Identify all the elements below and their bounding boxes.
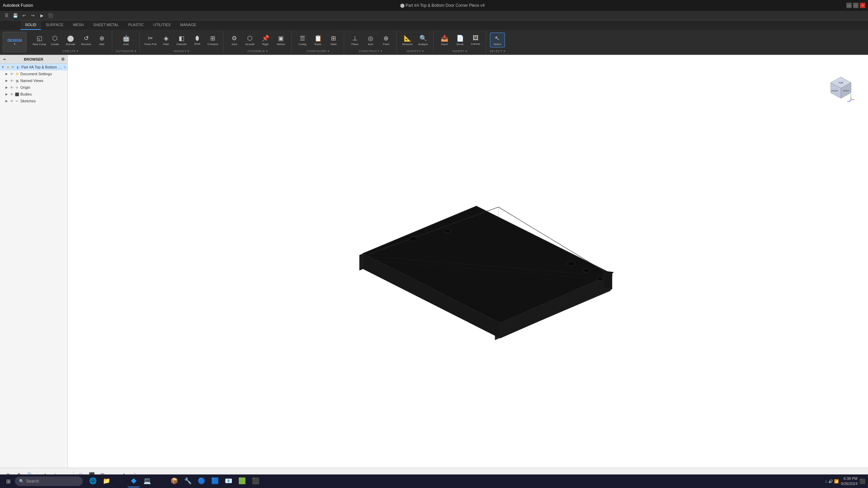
- edit-icon[interactable]: ✎: [63, 65, 66, 69]
- inspect-group: 📐 Measure 🔍 Analyze INSPECT ▾: [397, 31, 434, 53]
- tree-item-sketches[interactable]: ▶ 👁 ✏ Sketches: [0, 98, 67, 104]
- joint-tool[interactable]: ⚙ Joint: [227, 33, 242, 47]
- eye-icon-origin[interactable]: 👁: [9, 85, 14, 90]
- ribbon-tabs: SOLID SURFACE MESH SHEET METAL PLASTIC U…: [0, 20, 868, 30]
- taskbar-date: 9/26/2024: [841, 481, 857, 486]
- doc-settings-icon: ⚙: [15, 72, 19, 76]
- taskbar-notification[interactable]: ⬛: [860, 479, 865, 484]
- tree-root-item[interactable]: ▼ ★ 👁 ◧ Part #A Top & Bottom Door Co... …: [0, 64, 67, 70]
- tree-item-document-settings[interactable]: ▶ 👁 ⚙ Document Settings: [0, 70, 67, 77]
- modify-tools: ✂ Press Pull ◈ Fillet ◧ Chamfer ⬮ Shell …: [143, 31, 220, 49]
- save-button[interactable]: 💾: [12, 12, 19, 19]
- combine-tool[interactable]: ⊞ Combine: [205, 33, 220, 47]
- create-group-label: CREATE ▾: [62, 49, 78, 53]
- taskbar-app-fusion[interactable]: 🔷: [127, 475, 140, 487]
- tab-plastic[interactable]: PLASTIC: [123, 20, 149, 30]
- close-button[interactable]: ✕: [860, 3, 865, 8]
- tree-item-named-views[interactable]: ▶ 👁 ▣ Named Views: [0, 77, 67, 84]
- expand-arrow-origin[interactable]: ▶: [5, 86, 9, 89]
- taskbar-app-misc6[interactable]: 📧: [222, 475, 235, 487]
- table-tool[interactable]: ⊞ Table: [326, 33, 341, 47]
- chamfer-tool[interactable]: ◧ Chamfer: [174, 33, 189, 47]
- rigid-tool[interactable]: 📌 Rigid: [258, 33, 273, 47]
- eye-icon-views[interactable]: 👁: [9, 78, 14, 83]
- redo-button[interactable]: ↪: [29, 12, 37, 19]
- taskbar-app-edge[interactable]: 🌐: [87, 475, 99, 487]
- eye-icon-bodies[interactable]: 👁: [9, 92, 14, 97]
- taskbar-app-misc2[interactable]: 📦: [168, 475, 180, 487]
- point-tool[interactable]: ⊕ Point: [379, 33, 394, 47]
- rules-tool[interactable]: 📋 Rules: [311, 33, 326, 47]
- taskbar-app-misc3[interactable]: 🔧: [182, 475, 194, 487]
- taskbar-app-explorer[interactable]: 📁: [100, 475, 113, 487]
- plane-tool[interactable]: ⊥ Plane: [348, 33, 362, 47]
- browser-settings-icon[interactable]: ⚙: [61, 57, 65, 62]
- eye-icon-doc[interactable]: 👁: [9, 72, 14, 76]
- design-mode-dropdown[interactable]: DESIGN ▾: [3, 32, 26, 52]
- create-tool[interactable]: ⬡ Create: [47, 33, 62, 47]
- analyze-tool[interactable]: 🔍 Analyze: [416, 33, 431, 47]
- taskbar-app-misc5[interactable]: 🟦: [209, 475, 221, 487]
- measure-tool[interactable]: 📐 Measure: [400, 33, 415, 47]
- insert-tools: 📥 Insert 📄 Decal 🖼 Canvas: [437, 31, 483, 49]
- expand-arrow-root[interactable]: ▼: [1, 65, 5, 69]
- tab-surface[interactable]: SURFACE: [41, 20, 68, 30]
- add-tool[interactable]: ⊕ Add: [94, 33, 109, 47]
- tab-utilities[interactable]: UTILITIES: [149, 20, 175, 30]
- tree-item-bodies[interactable]: ▶ 👁 ⬛ Bodies: [0, 91, 67, 98]
- automate-tool[interactable]: 🤖 Auto: [119, 33, 134, 47]
- undo-button[interactable]: ↩: [20, 12, 28, 19]
- view-cube[interactable]: TOP RIGHT FRONT x y z: [827, 75, 854, 102]
- expand-arrow-sketches[interactable]: ▶: [5, 99, 9, 103]
- select-tool[interactable]: ↖ Select: [490, 33, 505, 47]
- automate-tools: 🤖 Auto: [119, 31, 134, 49]
- as-built-tool[interactable]: ⬡ As-built: [242, 33, 257, 47]
- eye-icon[interactable]: 👁: [11, 65, 15, 69]
- bodies-icon: ⬛: [15, 92, 19, 97]
- fillet-tool[interactable]: ◈ Fillet: [159, 33, 174, 47]
- tree-item-origin[interactable]: ▶ 👁 ✛ Origin: [0, 84, 67, 91]
- viewport[interactable]: TOP RIGHT FRONT x y z: [68, 55, 868, 468]
- expand-arrow-named-views[interactable]: ▶: [5, 79, 9, 82]
- tab-manage[interactable]: MANAGE: [175, 20, 201, 30]
- canvas-tool[interactable]: 🖼 Canvas: [468, 33, 483, 47]
- expand-arrow-doc-settings[interactable]: ▶: [5, 72, 9, 76]
- taskbar-app-settings[interactable]: ⚙: [114, 475, 126, 487]
- taskbar-app-misc1[interactable]: 🗂: [155, 475, 167, 487]
- tab-solid[interactable]: SOLID: [20, 20, 41, 30]
- taskbar-app-vscode[interactable]: 💻: [141, 475, 153, 487]
- bodies-icons: 👁 ⬛: [9, 92, 19, 97]
- taskbar-app-misc8[interactable]: ⬛: [250, 475, 262, 487]
- extrude-tool[interactable]: ⬤ Extrude: [63, 33, 78, 47]
- shell-tool[interactable]: ⬮ Shell: [190, 33, 205, 47]
- decal-tool[interactable]: 📄 Decal: [453, 33, 468, 47]
- taskbar-search[interactable]: 🔍 Search: [15, 476, 83, 486]
- new-component-tool[interactable]: ◱ New Comp: [32, 33, 47, 47]
- motion-tool[interactable]: ▣ Motion: [274, 33, 289, 47]
- run-button[interactable]: ▶: [38, 12, 45, 19]
- maximize-button[interactable]: □: [853, 3, 859, 8]
- insert-tool[interactable]: 📥 Insert: [437, 33, 452, 47]
- configure-tool[interactable]: ☰ Config: [295, 33, 310, 47]
- tab-mesh[interactable]: MESH: [68, 20, 88, 30]
- origin-icon: ✛: [15, 85, 19, 90]
- root-icons: ★ 👁 ◧: [5, 65, 20, 69]
- tab-sheet-metal[interactable]: SHEET METAL: [88, 20, 123, 30]
- more-button[interactable]: ⬛: [47, 12, 54, 19]
- start-button[interactable]: ⊞: [3, 476, 14, 487]
- taskbar: ⊞ 🔍 Search 🌐 📁 ⚙ 🔷 💻 🗂 📦 🔧 🔵 🟦 📧 🟩 ⬛ ⌂ 🔊…: [0, 474, 868, 488]
- expand-arrow-bodies[interactable]: ▶: [5, 93, 9, 96]
- minimize-button[interactable]: —: [846, 3, 852, 8]
- revolve-tool[interactable]: ↺ Revolve: [79, 33, 94, 47]
- menu-button[interactable]: ☰: [3, 12, 10, 19]
- axis-tool[interactable]: ◎ Axis: [363, 33, 378, 47]
- insert-group: 📥 Insert 📄 Decal 🖼 Canvas INSERT ▾: [434, 31, 486, 53]
- svg-marker-35: [604, 273, 612, 289]
- configure-group: ☰ Config 📋 Rules ⊞ Table CONFIGURE ▾: [292, 31, 344, 53]
- configure-group-label: CONFIGURE ▾: [307, 49, 329, 53]
- taskbar-app-misc7[interactable]: 🟩: [236, 475, 248, 487]
- press-pull-tool[interactable]: ✂ Press Pull: [143, 33, 158, 47]
- eye-icon-sketches[interactable]: 👁: [9, 99, 14, 103]
- modify-group-label: MODIFY ▾: [174, 49, 190, 53]
- taskbar-app-misc4[interactable]: 🔵: [195, 475, 208, 487]
